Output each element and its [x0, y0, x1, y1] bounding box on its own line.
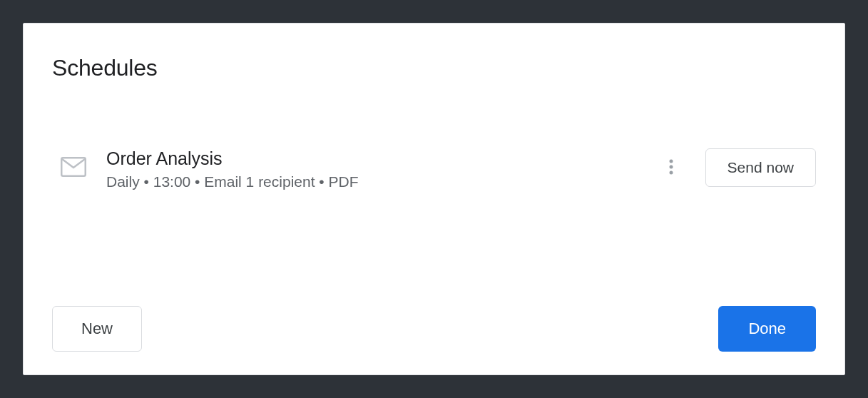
schedule-subtitle: Daily • 13:00 • Email 1 recipient • PDF: [106, 173, 637, 190]
new-button[interactable]: New: [52, 306, 142, 352]
done-button[interactable]: Done: [718, 306, 816, 352]
schedule-title: Order Analysis: [106, 148, 637, 169]
svg-point-2: [669, 165, 673, 168]
more-vert-icon: [669, 158, 673, 178]
svg-point-1: [669, 159, 673, 163]
more-options-button[interactable]: [657, 153, 685, 182]
mail-icon: [61, 157, 86, 177]
schedules-dialog: Schedules Order Analysis Daily • 13:00 •…: [23, 23, 845, 375]
svg-point-3: [669, 170, 673, 174]
schedules-list: Order Analysis Daily • 13:00 • Email 1 r…: [52, 146, 816, 306]
schedule-item: Order Analysis Daily • 13:00 • Email 1 r…: [52, 146, 816, 193]
send-now-button[interactable]: Send now: [705, 148, 816, 187]
dialog-footer: New Done: [52, 306, 816, 352]
dialog-title: Schedules: [52, 55, 816, 81]
schedule-actions: Send now: [657, 148, 816, 187]
schedule-text: Order Analysis Daily • 13:00 • Email 1 r…: [106, 148, 637, 190]
